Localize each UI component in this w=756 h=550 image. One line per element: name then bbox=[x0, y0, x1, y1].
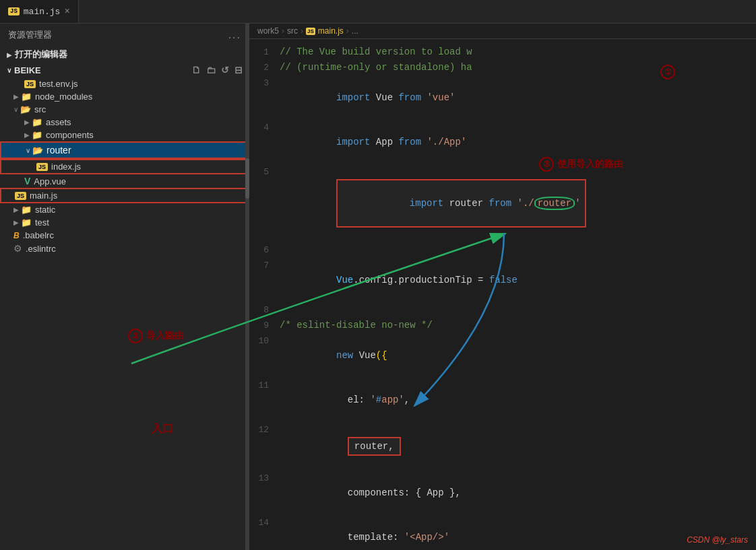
folder-icon: 📁 bbox=[21, 92, 32, 102]
folder-chevron: ▶ bbox=[13, 219, 19, 226]
code-line-6: 6 bbox=[249, 242, 756, 258]
line-content-7: Vue.config.productionTip = false bbox=[280, 258, 756, 302]
file-label: test.env.js bbox=[39, 79, 78, 89]
line-num-1: 1 bbox=[249, 45, 280, 60]
file-label: index.js bbox=[51, 162, 81, 172]
folder-icon: 📁 bbox=[32, 117, 42, 127]
code-line-8: 8 bbox=[249, 302, 756, 318]
code-line-3: 3 import Vue from 'vue' bbox=[249, 75, 756, 120]
line-content-2: // (runtime-only or standalone) ha bbox=[280, 60, 756, 75]
tab-label: main.js bbox=[24, 7, 61, 17]
line-content-6 bbox=[280, 242, 756, 257]
code-line-13: 13 components: { App }, bbox=[249, 471, 756, 515]
folder-src[interactable]: ∨ 📂 src bbox=[0, 103, 249, 116]
breadcrumb-sep3: › bbox=[346, 26, 349, 36]
file-label: .babelrc bbox=[23, 230, 54, 240]
file-eslintrc[interactable]: ⚙ .eslintrc bbox=[0, 242, 249, 255]
folder-test[interactable]: ▶ 📁 test bbox=[0, 216, 249, 229]
line-num-7: 7 bbox=[249, 259, 280, 273]
sidebar: 资源管理器 ... ▶ 打开的编辑器 ∨ BEIKE 🗋 🗀 ↺ ⊟ bbox=[0, 24, 249, 550]
file-main-js[interactable]: JS main.js bbox=[0, 188, 249, 203]
folder-node-modules[interactable]: ▶ 📁 node_modules bbox=[0, 90, 249, 103]
file-label: App.vue bbox=[34, 176, 66, 186]
folder-icon: 📁 bbox=[32, 130, 42, 140]
line-num-11: 11 bbox=[249, 378, 280, 393]
line-content-11: el: '#app', bbox=[280, 378, 756, 422]
line-num-12: 12 bbox=[249, 423, 280, 438]
code-line-7: 7 Vue.config.productionTip = false bbox=[249, 258, 756, 302]
refresh-icon[interactable]: ↺ bbox=[221, 65, 229, 75]
folder-router[interactable]: ∨ 📂 router bbox=[0, 141, 249, 159]
line-content-5: import router from './router' bbox=[280, 164, 756, 242]
new-file-icon[interactable]: 🗋 bbox=[191, 65, 201, 75]
sidebar-scroll: ▶ 打开的编辑器 ∨ BEIKE 🗋 🗀 ↺ ⊟ JS test.env.js bbox=[0, 46, 249, 550]
open-editors-label: 打开的编辑器 bbox=[15, 48, 67, 61]
watermark: CSDN @ly_stars bbox=[687, 535, 748, 545]
line-content-12: router, bbox=[280, 422, 756, 471]
open-editors-header[interactable]: ▶ 打开的编辑器 bbox=[0, 46, 249, 63]
code-content[interactable]: 1 // The Vue build version to load w 2 /… bbox=[249, 39, 756, 550]
folder-components[interactable]: ▶ 📁 components bbox=[0, 129, 249, 141]
folder-chevron: ▶ bbox=[13, 93, 19, 100]
collapse-icon[interactable]: ⊟ bbox=[234, 65, 243, 75]
top-bar: JS main.js × bbox=[0, 0, 756, 24]
babel-badge: B bbox=[13, 231, 20, 240]
code-line-5: 5 import router from './router' bbox=[249, 164, 756, 242]
code-line-1: 1 // The Vue build version to load w bbox=[249, 44, 756, 60]
breadcrumb-filename: main.js bbox=[318, 26, 344, 36]
open-editors-chevron: ▶ bbox=[7, 51, 12, 59]
breadcrumb-sep1: › bbox=[282, 26, 284, 36]
new-folder-icon[interactable]: 🗀 bbox=[206, 65, 216, 75]
folder-chevron: ∨ bbox=[26, 147, 30, 154]
line-num-8: 8 bbox=[249, 303, 280, 318]
line-num-9: 9 bbox=[249, 318, 280, 333]
folder-label: static bbox=[35, 205, 55, 215]
line-content-3: import Vue from 'vue' bbox=[280, 75, 756, 120]
code-line-9: 9 /* eslint-disable no-new */ bbox=[249, 318, 756, 333]
line-content-14: template: '<App/>' bbox=[280, 515, 756, 550]
sidebar-title: 资源管理器 bbox=[8, 29, 52, 41]
gear-badge: ⚙ bbox=[13, 243, 22, 254]
sidebar-header: 资源管理器 ... bbox=[0, 24, 249, 46]
file-label: .eslintrc bbox=[26, 244, 56, 254]
code-line-14: 14 template: '<App/>' bbox=[249, 515, 756, 550]
line-num-10: 10 bbox=[249, 334, 280, 349]
beike-label: BEIKE bbox=[14, 65, 41, 75]
breadcrumb-src: src bbox=[287, 26, 298, 36]
sidebar-dots[interactable]: ... bbox=[228, 29, 241, 41]
code-line-2: 2 // (runtime-only or standalone) ha bbox=[249, 60, 756, 75]
line-num-5: 5 bbox=[249, 165, 280, 180]
vue-badge: V bbox=[24, 176, 30, 186]
js-badge: JS bbox=[15, 192, 26, 200]
line-content-9: /* eslint-disable no-new */ bbox=[280, 318, 756, 333]
breadcrumb-work5: work5 bbox=[257, 26, 279, 36]
folder-assets[interactable]: ▶ 📁 assets bbox=[0, 116, 249, 129]
file-app-vue[interactable]: V App.vue bbox=[0, 174, 249, 188]
beike-icons: 🗋 🗀 ↺ ⊟ bbox=[191, 65, 243, 75]
beike-header[interactable]: ∨ BEIKE 🗋 🗀 ↺ ⊟ bbox=[0, 63, 249, 77]
close-tab-button[interactable]: × bbox=[64, 6, 69, 17]
code-line-10: 10 new Vue({ bbox=[249, 333, 756, 378]
file-index-js[interactable]: JS index.js bbox=[0, 159, 249, 174]
folder-label: router bbox=[46, 145, 71, 156]
folder-icon: 📂 bbox=[32, 145, 43, 156]
folder-chevron: ▶ bbox=[24, 131, 30, 139]
line-content-1: // The Vue build version to load w bbox=[280, 44, 756, 59]
breadcrumb-dots: ... bbox=[352, 26, 358, 36]
line-num-3: 3 bbox=[249, 76, 280, 91]
folder-chevron: ▶ bbox=[24, 118, 30, 126]
folder-static[interactable]: ▶ 📁 static bbox=[0, 203, 249, 216]
breadcrumb-sep2: › bbox=[301, 26, 303, 36]
code-line-11: 11 el: '#app', bbox=[249, 378, 756, 422]
line-content-10: new Vue({ bbox=[280, 333, 756, 378]
file-babelrc[interactable]: B .babelrc bbox=[0, 229, 249, 242]
line-num-14: 14 bbox=[249, 516, 280, 530]
folder-label: assets bbox=[46, 117, 71, 127]
js-badge: JS bbox=[36, 163, 48, 171]
file-test-env-js[interactable]: JS test.env.js bbox=[0, 77, 249, 90]
editor-area: work5 › src › JS main.js › ... 1 // The … bbox=[249, 24, 756, 550]
main-js-tab[interactable]: JS main.js × bbox=[0, 0, 79, 23]
line-num-2: 2 bbox=[249, 61, 280, 75]
main-container: 资源管理器 ... ▶ 打开的编辑器 ∨ BEIKE 🗋 🗀 ↺ ⊟ bbox=[0, 24, 756, 550]
js-badge-sm: JS bbox=[306, 28, 315, 35]
